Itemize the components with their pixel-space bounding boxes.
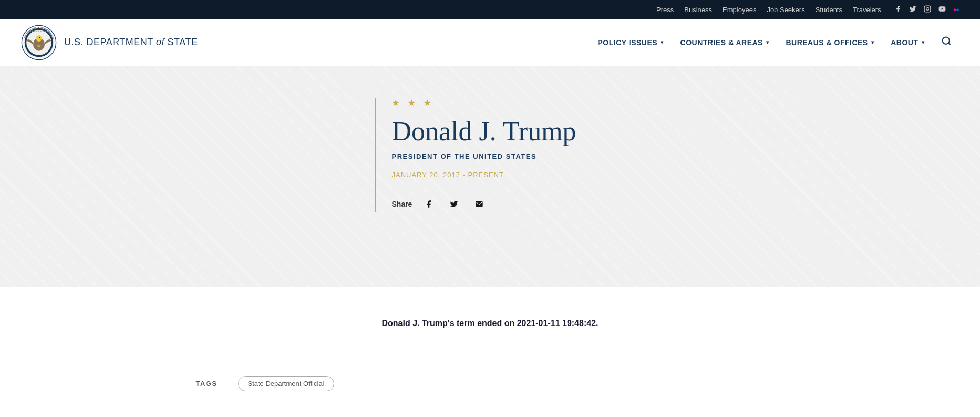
nav-bureaus-offices[interactable]: BUREAUS & OFFICES ▾ — [778, 34, 881, 51]
facebook-icon[interactable] — [894, 5, 902, 14]
bureaus-offices-chevron: ▾ — [871, 39, 874, 45]
utility-link-job-seekers[interactable]: Job Seekers — [767, 6, 804, 14]
utility-link-employees[interactable]: Employees — [723, 6, 756, 14]
tags-wrapper: TAGS State Department Official — [0, 360, 980, 417]
tags-section: TAGS State Department Official — [175, 360, 806, 417]
tags-divider — [196, 360, 785, 360]
profile-section: ★ ★ ★ Donald J. Trump PRESIDENT OF THE U… — [175, 98, 806, 212]
utility-link-business[interactable]: Business — [684, 6, 712, 14]
tags-label: TAGS — [196, 380, 228, 388]
youtube-icon[interactable] — [938, 5, 946, 14]
share-row: Share — [392, 196, 576, 212]
svg-point-13 — [943, 37, 950, 44]
countries-areas-chevron: ▾ — [766, 39, 769, 45]
svg-rect-0 — [924, 6, 931, 12]
utility-links: Press Business Employees Job Seekers Stu… — [656, 6, 881, 14]
profile-name: Donald J. Trump — [392, 116, 576, 146]
nav-links: POLICY ISSUES ▾ COUNTRIES & AREAS ▾ BURE… — [590, 32, 959, 53]
dept-name: U.S. DEPARTMENT of STATE — [64, 37, 198, 48]
logo-link[interactable]: ★★★★★★★★★★★ THE GREAT SEAL OF THE UNITED… — [21, 25, 198, 60]
twitter-icon[interactable] — [909, 5, 916, 14]
nav-about[interactable]: ABOUT ▾ — [883, 34, 932, 51]
utility-link-students[interactable]: Students — [816, 6, 842, 14]
content-area: ★ ★ ★ Donald J. Trump PRESIDENT OF THE U… — [0, 66, 980, 287]
tag-state-dept-official[interactable]: State Department Official — [238, 376, 334, 391]
share-facebook-icon[interactable] — [420, 196, 437, 212]
stars-decoration: ★ ★ ★ — [392, 98, 576, 108]
seal-logo: ★★★★★★★★★★★ THE GREAT SEAL OF THE UNITED… — [21, 25, 57, 60]
profile-dates: JANUARY 20, 2017 - PRESENT — [392, 171, 576, 179]
about-chevron: ▾ — [922, 39, 925, 45]
nav-policy-issues[interactable]: POLICY ISSUES ▾ — [590, 34, 670, 51]
profile-title: PRESIDENT OF THE UNITED STATES — [392, 152, 576, 160]
main-nav: ★★★★★★★★★★★ THE GREAT SEAL OF THE UNITED… — [0, 19, 980, 66]
nav-countries-areas[interactable]: COUNTRIES & AREAS ▾ — [673, 34, 777, 51]
social-icons: ●● — [894, 5, 959, 14]
profile-content: ★ ★ ★ Donald J. Trump PRESIDENT OF THE U… — [375, 98, 576, 212]
tags-row: TAGS State Department Official — [196, 376, 785, 391]
share-twitter-icon[interactable] — [446, 196, 462, 212]
flickr-icon[interactable]: ●● — [953, 6, 959, 13]
svg-point-10 — [39, 37, 40, 38]
utility-link-press[interactable]: Press — [656, 6, 674, 14]
instagram-icon[interactable] — [924, 5, 931, 14]
utility-divider — [888, 4, 888, 15]
policy-issues-chevron: ▾ — [661, 39, 664, 45]
search-button[interactable] — [934, 32, 959, 53]
utility-link-travelers[interactable]: Travelers — [853, 6, 881, 14]
share-email-icon[interactable] — [471, 196, 488, 212]
utility-bar: Press Business Employees Job Seekers Stu… — [0, 0, 980, 19]
share-label: Share — [392, 200, 412, 208]
term-ended-section: Donald J. Trump's term ended on 2021-01-… — [0, 287, 980, 360]
term-ended-text: Donald J. Trump's term ended on 2021-01-… — [21, 319, 959, 328]
